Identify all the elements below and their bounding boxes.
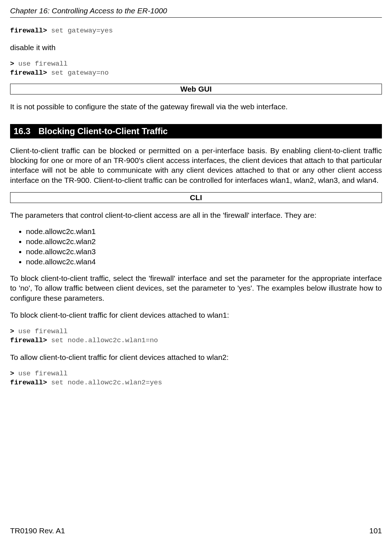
cli-command: use firewall — [14, 60, 67, 68]
cli-prompt: firewall> — [10, 69, 47, 77]
cli-prompt: firewall> — [10, 379, 47, 387]
section-number: 16.3 — [14, 126, 31, 136]
body-text: disable it with — [10, 43, 382, 52]
subheading-cli: CLI — [10, 192, 382, 203]
code-block-1: firewall> set gateway=yes — [10, 26, 382, 35]
cli-command: use firewall — [14, 327, 67, 335]
body-text: The parameters that control client-to-cl… — [10, 210, 382, 220]
body-text: To allow client-to-client traffic for cl… — [10, 352, 382, 362]
section-title: Blocking Client-to-Client Traffic — [39, 126, 168, 136]
page: Chapter 16: Controlling Access to the ER… — [0, 0, 392, 538]
cli-command: use firewall — [14, 370, 67, 378]
list-item: node.allowc2c.wlan4 — [26, 257, 382, 266]
cli-command: set node.allowc2c.wlan2=yes — [47, 379, 162, 387]
list-item: node.allowc2c.wlan1 — [26, 227, 382, 236]
page-footer: TR0190 Rev. A1 101 — [10, 526, 382, 535]
body-text: It is not possible to configure the stat… — [10, 102, 382, 111]
section-heading: 16.3Blocking Client-to-Client Traffic — [10, 124, 382, 138]
paragraph: Client-to-client traffic can be blocked … — [10, 146, 382, 185]
cli-prompt: firewall> — [10, 27, 47, 35]
list-item: node.allowc2c.wlan2 — [26, 237, 382, 246]
code-block-2: > use firewall firewall> set gateway=no — [10, 59, 382, 77]
footer-right: 101 — [369, 526, 382, 535]
list-item: node.allowc2c.wlan3 — [26, 247, 382, 256]
cli-prompt: > — [10, 60, 14, 68]
cli-prompt: > — [10, 327, 14, 335]
footer-left: TR0190 Rev. A1 — [10, 526, 65, 535]
code-block-4: > use firewall firewall> set node.allowc… — [10, 369, 382, 387]
paragraph: To block client-to-client traffic, selec… — [10, 273, 382, 303]
page-header: Chapter 16: Controlling Access to the ER… — [10, 6, 382, 18]
cli-command: set gateway=no — [47, 69, 109, 77]
cli-command: set node.allowc2c.wlan1=no — [47, 336, 158, 344]
cli-command: set gateway=yes — [47, 27, 113, 35]
cli-prompt: > — [10, 370, 14, 378]
body-text: To block client-to-client traffic for cl… — [10, 310, 382, 320]
cli-prompt: firewall> — [10, 336, 47, 344]
code-block-3: > use firewall firewall> set node.allowc… — [10, 327, 382, 345]
bullet-list: node.allowc2c.wlan1 node.allowc2c.wlan2 … — [10, 227, 382, 266]
subheading-webgui: Web GUI — [10, 84, 382, 94]
